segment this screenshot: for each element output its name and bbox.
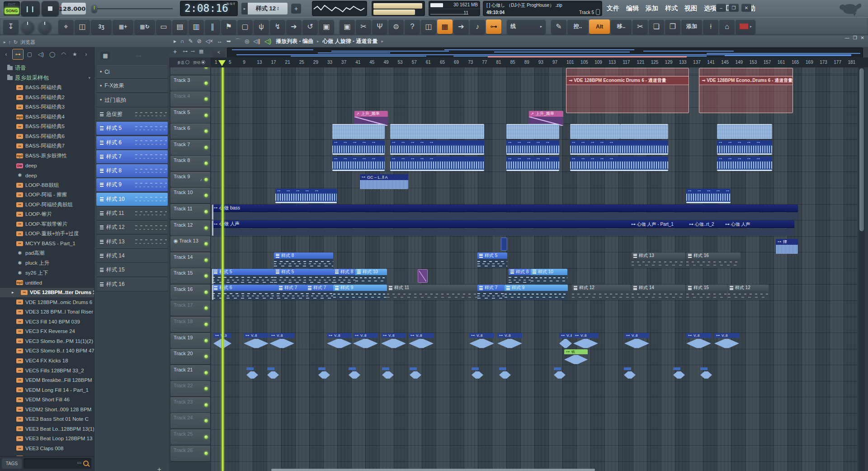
track-mute-led[interactable] [204,114,208,117]
browser-item[interactable]: ⊶LOOP-阿福经典鼓组 [0,200,94,209]
browser-item[interactable]: ⊶LOOP-BB鼓组 [0,181,94,190]
audio-clip[interactable]: ⊶ ⊶ ⊶ ⊶ ⊶ [506,157,559,171]
pattern-clip[interactable]: 样式 7 [277,285,306,300]
new-file[interactable]: ▢ [237,19,253,34]
detach-arrow[interactable]: ▸ [174,38,176,44]
blend-recorded-notes[interactable]: ▦+ [113,19,133,34]
audio-clip-source-icon[interactable]: ⊶ [183,48,188,54]
track-mute-led[interactable] [204,419,208,423]
audio-clip[interactable] [700,367,712,379]
tempo-spinner[interactable]: ▲▼ [86,6,89,11]
pattern-row[interactable]: 样式 7 [96,150,168,163]
pattern-clip[interactable]: 样式 5 [274,269,333,284]
audio-clip[interactable] [554,367,566,379]
track-header-track-3[interactable]: Track 3... [170,76,210,91]
track-header-track-26[interactable]: Track 26... [170,446,210,461]
menu-视图[interactable]: 视图 [684,5,697,13]
browser-item[interactable]: ⊶VEDM Short Fill 46 [0,395,94,404]
pattern-clip[interactable]: 样式 10 [355,269,387,284]
pattern-clip[interactable]: 样式 7 [306,285,333,300]
track-mute-led[interactable] [204,387,208,390]
pattern-row[interactable]: 样式 12 [96,221,168,234]
grid-view[interactable]: ▥ [189,19,204,34]
track-header-track-13[interactable]: ◉ Track 13... [170,236,210,252]
automation-clip[interactable]: ⊸ VDE 128BPM Economic Drums 6 - 通道音量 [566,68,689,113]
browser-item[interactable]: ⊶LOOP-镲片 [0,209,94,219]
pattern-clip[interactable]: 样式 7 [477,285,505,300]
browser-item[interactable]: mp3BASS-阿福经典4 [0,112,94,122]
playlist-minimize-button[interactable]: — [845,35,849,40]
tab-plugins[interactable]: ◯ [47,49,57,59]
audio-clip[interactable]: ⊶V..8 [573,333,598,348]
pattern-spinner[interactable]: ▲▼ [277,6,279,11]
breadcrumb-view[interactable]: 播放列表 - 编曲 [276,38,313,45]
audio-clip[interactable]: ⊶V..8 [469,333,494,348]
tab-all-files[interactable]: ▢ [24,49,35,59]
pattern-row[interactable]: 样式 6 [96,136,168,149]
tags-button[interactable]: TAGS [2,458,22,469]
track-mute-led[interactable] [204,274,208,278]
slide-toggle[interactable]: 滑动 [193,60,205,65]
pattern-row[interactable]: 样式 15 [96,263,168,276]
track-header-track-10[interactable]: Track 10... [170,188,210,203]
browser-item[interactable]: mp3BASS-原乡鼓弹性 [0,151,94,161]
pattern-prev-button[interactable]: ▸ [241,3,248,14]
playlist-maximize-button[interactable]: ❐ [853,35,857,40]
pattern-clip[interactable]: 样式 16 [686,252,741,268]
audio-clip[interactable]: ⊶ ⊶ ⊶ ⊶ ⊶ [332,140,385,155]
audio-clip[interactable] [499,367,511,379]
time-display[interactable]: 2:08:16 B:S:T [180,1,238,16]
track-mute-led[interactable] [204,323,208,326]
track-mute-led[interactable] [204,371,208,375]
audio-wave-icon[interactable]: ⊶ [136,52,142,59]
main-volume-knob[interactable] [21,20,34,33]
audio-clip[interactable] [624,367,636,379]
browser-item[interactable]: ⊶VEC3 Fill 140 BPM 039 [0,317,94,326]
track-mute-led[interactable] [204,129,208,133]
menu-文件[interactable]: 文件 [607,5,619,13]
browser-item[interactable]: ⊶VEC4 FX Kicks 18 [0,356,94,366]
audio-clip[interactable]: ⊶ ⊶ ⊶ ⊶ ⊶ [332,157,385,171]
output-meters[interactable] [372,1,425,16]
audio-clip[interactable]: ⊶ ⊶ ⊶ ⊶ ⊶ [717,140,772,155]
pattern-clip[interactable]: 样式 12 [728,285,769,300]
browser-item[interactable]: ⊶VEDM Long Fill 14 - Part_1 [0,385,94,395]
pattern-row[interactable]: •过门底拍 [96,94,168,107]
pattern-clip[interactable]: 样式 10 [531,269,567,284]
pattern-selector[interactable]: 样式 12▲▼ [248,3,288,14]
draw-tool[interactable]: ✎ [189,38,193,44]
browser-item[interactable]: ⊶BASS-阿福经典 [0,83,94,92]
pattern-clip[interactable]: 样式 5 [477,252,507,268]
alt-button[interactable]: Alt [589,19,610,34]
main-pitch-knob[interactable] [38,20,52,33]
multiselect-toggle[interactable]: 多选 [177,60,189,65]
track-header-track-6[interactable]: Track 6... [170,124,210,139]
browser-item[interactable]: ⊶VEE3 Beat Lo..128BPM 13(1) [0,424,94,433]
track-mute-led[interactable] [204,226,208,230]
browser-item[interactable]: ⊶VDE 128BPM..omic Drums 6 [0,297,94,307]
automation-clip[interactable] [418,269,428,283]
window-close-button[interactable]: ✕ [741,4,751,12]
vertical-scrollbar[interactable] [859,67,865,471]
track-mute-led[interactable] [204,306,208,310]
audio-clip[interactable] [349,367,360,379]
browser-item[interactable]: ⊶VEC5 Fills 128BPM 33_2 [0,366,94,375]
undo-arrow-icon[interactable]: ↻ [14,39,18,45]
step-edit[interactable]: ▤ [172,19,188,34]
tab-sounds[interactable]: ◁) [36,49,46,59]
scroll-back-button[interactable]: < [212,48,225,57]
delete-tool[interactable]: ⊘ [197,38,202,44]
automation-clip[interactable]: ⊸ VDE 128BPM Econo..Drums 6 - 通道音量 [699,68,793,113]
horizontal-scrollbar[interactable] [271,469,595,471]
audio-clip[interactable] [472,367,483,379]
piano-roll-icon[interactable]: ▦ [100,52,110,60]
search-input[interactable]: ▭ [24,458,91,469]
audio-clip[interactable]: ⊶V..8 [269,333,294,348]
pat-label[interactable]: PAT [4,1,20,8]
audio-clip[interactable]: ⊶ ⊶ ⊶ ⊶ ⊶ [390,140,484,155]
pattern-clip[interactable]: 样式 8 [509,269,531,284]
browser-item[interactable]: ⊶BASS-阿福经典5 [0,122,94,131]
menu-编辑[interactable]: 编辑 [626,5,639,13]
vertical-scroll-thumb[interactable] [859,68,864,231]
cpu-panel[interactable]: 30 1621 MB 11 [429,1,480,16]
